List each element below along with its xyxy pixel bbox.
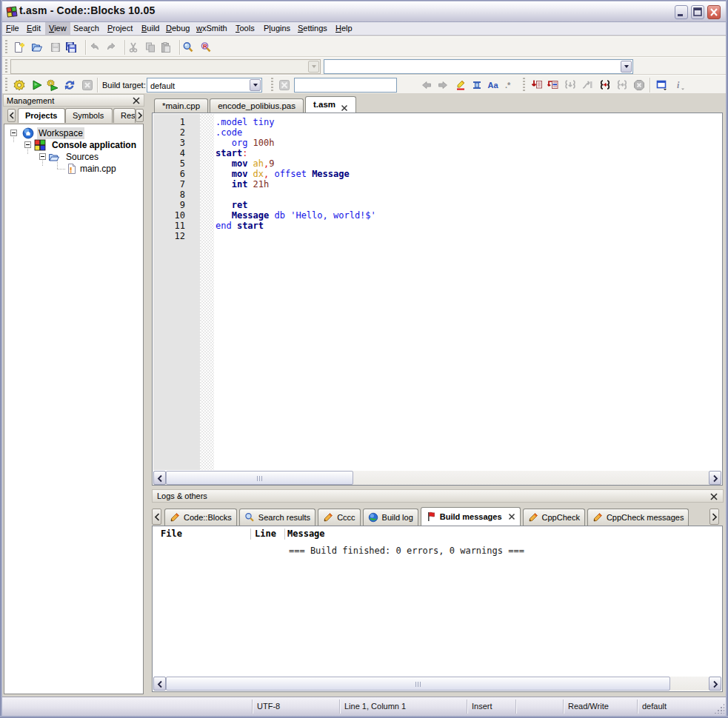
open-file-button[interactable] [30,40,44,55]
find-button[interactable] [181,40,196,55]
menu-settings[interactable]: Settings [294,22,331,35]
next-instruction-button[interactable] [598,78,612,93]
log-tab-cppcheck-messages[interactable]: CppCheck messages [587,509,689,526]
collapse-icon[interactable] [39,153,46,160]
menu-debug[interactable]: Debug [162,22,193,35]
clear-search-button[interactable] [277,78,292,93]
editor-tab-encode-polibius-pas[interactable]: encode_polibius.pas [210,98,304,113]
abort-button[interactable] [80,78,95,93]
log-tab-build-log[interactable]: Build log [363,509,418,526]
step-out-button[interactable] [580,78,595,93]
code-area[interactable]: .model tiny.code org 100hstart: mov ah,9… [214,114,721,470]
tab-scroll-right-button[interactable] [136,109,144,122]
toolbar-gripper[interactable] [523,78,525,93]
match-case-button[interactable]: Aa [486,78,501,93]
search-next-button[interactable] [435,78,450,93]
build-messages-list[interactable]: File Line Message === Build finished: 0 … [152,526,723,692]
editor-tab--main-cpp[interactable]: *main.cpp [154,98,208,113]
chevron-down-icon[interactable] [621,61,632,73]
paste-button[interactable] [158,40,173,55]
menu-edit[interactable]: Edit [23,22,44,35]
use-regex-button[interactable]: .* [503,78,518,93]
undo-button[interactable] [87,40,101,55]
tab-scroll-left-button[interactable] [152,509,161,525]
scrollbar-thumb[interactable] [166,677,670,691]
log-tab-cccc[interactable]: Cccc [318,509,360,526]
menu-view[interactable]: View [45,22,70,35]
new-file-button[interactable] [12,40,27,55]
minimize-button[interactable] [675,5,688,19]
collapse-icon[interactable] [10,130,17,136]
tab-close-icon[interactable] [341,101,348,109]
chevron-down-icon[interactable] [250,79,261,91]
redo-button[interactable] [104,40,119,55]
highlight-occurrences-button[interactable] [453,78,468,93]
menu-plugins[interactable]: Plugins [260,22,294,35]
tree-item-workspace[interactable]: Workspace [4,127,143,139]
collapse-icon[interactable] [24,141,31,148]
copy-button[interactable] [143,40,158,55]
save-all-button[interactable] [64,40,79,55]
scroll-right-button[interactable] [709,471,721,485]
replace-button[interactable]: R [198,40,213,55]
log-tab-cppcheck[interactable]: CppCheck [523,509,585,526]
menu-build[interactable]: Build [138,22,163,35]
tree-item-main-cpp[interactable]: main.cpp [4,163,143,175]
tab-projects[interactable]: Projects [18,108,65,123]
rebuild-button[interactable] [62,78,77,93]
step-into-button[interactable] [563,78,578,93]
stop-debugger-button[interactable] [632,78,647,93]
tree-item-label[interactable]: Sources [64,151,100,163]
search-prev-button[interactable] [419,78,434,93]
scroll-left-button[interactable] [153,471,166,485]
save-button[interactable] [48,40,63,55]
various-info-button[interactable]: i [672,78,687,93]
editor-area[interactable]: 123456789101112 .model tiny.code org 100… [152,113,723,486]
resize-grip[interactable] [714,703,724,714]
menu-tools[interactable]: Tools [232,22,258,35]
log-tab-code-blocks[interactable]: Code::Blocks [164,509,237,526]
maximize-button[interactable] [691,5,704,19]
build-target-combo[interactable]: default [147,78,262,93]
cut-button[interactable] [126,40,141,55]
logs-hscrollbar[interactable] [153,677,721,691]
menu-help[interactable]: Help [332,22,356,35]
tab-scroll-left-button[interactable] [7,109,16,122]
scroll-right-button[interactable] [709,677,721,691]
tab-close-icon[interactable] [508,513,515,520]
log-tab-search-results[interactable]: Search results [239,509,315,526]
toolbar-gripper[interactable] [5,59,7,74]
toolbar-gripper[interactable] [271,78,273,93]
toolbar-gripper[interactable] [5,78,7,93]
tab-res[interactable]: Res [113,108,136,123]
editor-tab-t-asm[interactable]: t.asm [305,96,356,113]
scrollbar-thumb[interactable] [166,471,353,485]
log-tab-build-messages[interactable]: Build messages [421,507,521,526]
close-button[interactable] [707,5,721,19]
incremental-search-input[interactable] [294,78,397,93]
next-line-button[interactable] [546,78,561,93]
menu-project[interactable]: Project [104,22,136,35]
scroll-left-button[interactable] [153,677,166,691]
tree-item-sources[interactable]: Sources [4,151,143,163]
tab-symbols[interactable]: Symbols [65,108,113,123]
menu-wxsmith[interactable]: wxSmith [193,22,231,35]
build-button[interactable] [12,78,27,93]
build-and-run-button[interactable] [45,78,60,93]
editor-hscrollbar[interactable] [153,471,721,485]
tree-item-label[interactable]: Console application [50,139,138,151]
tree-item-label[interactable]: main.cpp [79,163,118,175]
toolbar-gripper[interactable] [5,40,7,55]
menu-search[interactable]: Search [70,22,103,35]
close-icon[interactable] [709,492,718,501]
step-into-instruction-button[interactable] [615,78,630,93]
tree-item-console-application[interactable]: Console application [4,139,143,151]
symbols-combo[interactable] [324,59,633,74]
tree-item-label[interactable]: Workspace [37,127,84,139]
run-button[interactable] [30,78,44,93]
debug-continue-button[interactable] [530,78,544,93]
menu-file[interactable]: File [2,22,23,35]
tab-scroll-right-button[interactable] [709,509,719,525]
selected-text-only-button[interactable] [470,78,484,93]
close-icon[interactable] [132,96,141,105]
